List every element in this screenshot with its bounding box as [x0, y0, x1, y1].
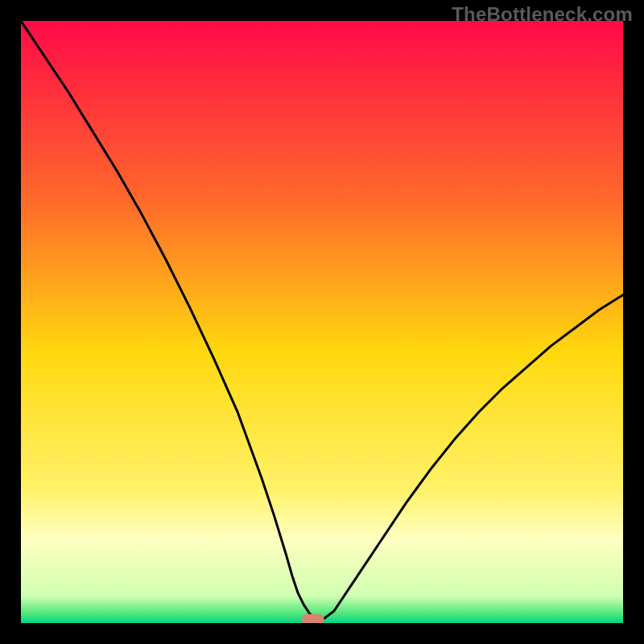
chart-frame: TheBottleneck.com	[0, 0, 644, 644]
chart-gradient-background	[21, 21, 623, 623]
chart-plot-area	[21, 21, 623, 623]
chart-svg	[21, 21, 623, 623]
chart-minimum-marker	[302, 614, 324, 623]
